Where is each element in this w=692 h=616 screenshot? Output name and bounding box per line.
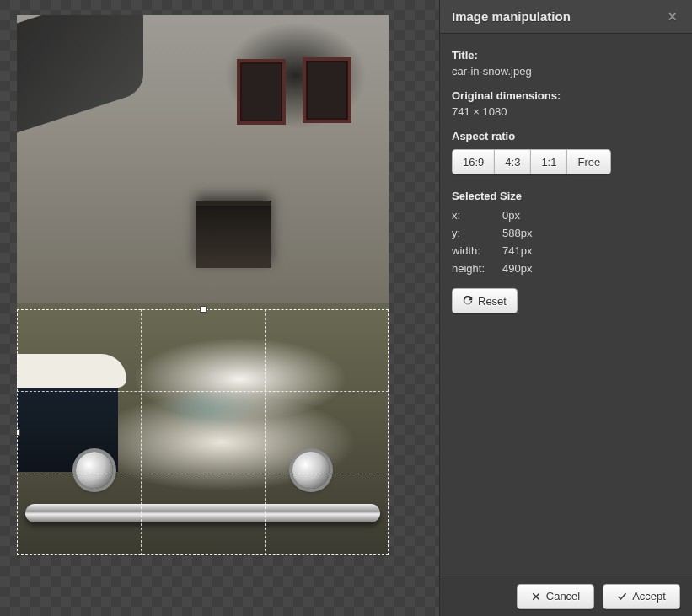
crop-grid-line [17, 391, 389, 392]
aspect-ratio-1-1[interactable]: 1:1 [530, 149, 567, 174]
title-label: Title: [452, 49, 680, 62]
aspect-ratio-group: 16:9 4:3 1:1 Free [452, 149, 680, 174]
cancel-label: Cancel [546, 590, 580, 603]
close-icon: × [668, 8, 677, 25]
crop-grid-line [265, 309, 266, 555]
image-holder[interactable] [17, 15, 389, 556]
reset-label: Reset [478, 295, 507, 308]
crop-handle-w[interactable] [17, 429, 20, 436]
sel-h-label: height: [452, 262, 497, 275]
cancel-button[interactable]: Cancel [517, 584, 594, 609]
aspect-ratio-4-3[interactable]: 4:3 [494, 149, 531, 174]
sel-h-value: 490px [502, 262, 680, 275]
side-panel: Image manipulation × Title: car-in-snow.… [439, 0, 692, 616]
crop-handle-n[interactable] [200, 306, 207, 313]
crop-selection[interactable] [17, 309, 389, 555]
crop-dim-overlay [17, 15, 389, 309]
sel-w-value: 741px [502, 244, 680, 257]
sel-y-label: y: [452, 227, 497, 239]
panel-title: Image manipulation [452, 9, 571, 24]
canvas-area [0, 0, 439, 616]
aspect-ratio-label: Aspect ratio [452, 130, 680, 142]
aspect-ratio-free[interactable]: Free [566, 149, 611, 174]
crop-grid-line [17, 474, 389, 474]
selected-size-label: Selected Size [452, 190, 680, 202]
sel-x-value: 0px [502, 209, 680, 222]
panel-footer: Cancel Accept [440, 576, 692, 616]
orig-dim-label: Original dimensions: [452, 89, 680, 102]
orig-dim-value: 741 × 1080 [452, 105, 680, 118]
sel-w-label: width: [452, 244, 497, 257]
selected-size-values: x: 0px y: 588px width: 741px height: 490… [452, 209, 680, 275]
accept-button[interactable]: Accept [603, 584, 680, 609]
x-icon [531, 592, 541, 602]
crop-grid-line [141, 309, 142, 555]
reset-button[interactable]: Reset [452, 288, 518, 313]
sel-y-value: 588px [502, 227, 680, 239]
sel-x-label: x: [452, 209, 497, 222]
panel-header: Image manipulation × [440, 0, 692, 34]
title-value: car-in-snow.jpeg [452, 65, 680, 78]
panel-body: Title: car-in-snow.jpeg Original dimensi… [440, 34, 692, 576]
aspect-ratio-16-9[interactable]: 16:9 [452, 149, 495, 174]
refresh-icon [463, 296, 473, 306]
accept-label: Accept [632, 590, 666, 603]
check-icon [617, 592, 627, 602]
close-button[interactable]: × [664, 6, 680, 28]
